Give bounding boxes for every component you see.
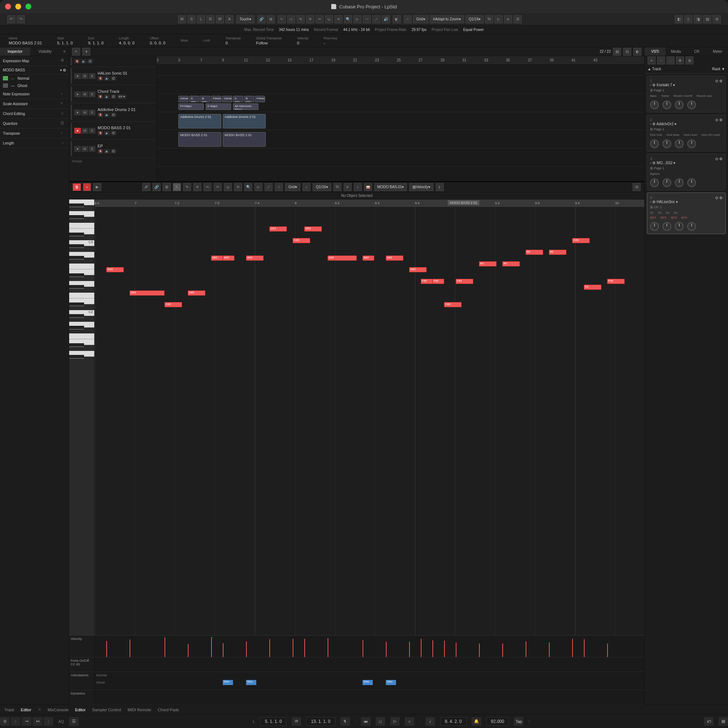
automation-mode-select[interactable]: Touch ▾ bbox=[236, 15, 254, 23]
quantize-select[interactable]: Q 1/16 ▾ bbox=[466, 15, 484, 23]
ed-tool-link[interactable]: 🖇 bbox=[142, 183, 150, 191]
knob[interactable] bbox=[675, 101, 684, 109]
ed-drum-mode[interactable]: 🥁 bbox=[364, 183, 372, 191]
locator-menu-icon[interactable]: ↯ bbox=[340, 717, 350, 726]
chord-label[interactable]: E Major bbox=[206, 103, 231, 110]
tempo-display[interactable]: 92.000 bbox=[486, 717, 509, 726]
midi-note[interactable]: G#2 bbox=[409, 267, 427, 272]
tool-mute[interactable]: ✕ bbox=[335, 15, 343, 23]
track-row[interactable]: ●MSAddictive Drums 2 01🔇🔈Ⓔ bbox=[69, 103, 156, 122]
maximize-window[interactable] bbox=[26, 4, 31, 9]
lane-velocity-label[interactable]: Velocity bbox=[69, 636, 95, 657]
knob[interactable] bbox=[650, 222, 659, 231]
part-velocity[interactable]: 0 bbox=[297, 41, 308, 45]
add-instrument-icon[interactable]: + bbox=[648, 57, 656, 64]
editor-ruler[interactable]: 6.477.27.37.488.28.38.499.29.39.410MODO … bbox=[95, 199, 644, 208]
ed-tool-zoom[interactable]: 🔍 bbox=[244, 183, 252, 191]
knob[interactable] bbox=[662, 139, 671, 148]
track-mute-button[interactable]: M bbox=[81, 110, 88, 115]
ed-tool-warp[interactable]: ▷ bbox=[254, 183, 262, 191]
chord-clip[interactable]: F#min bbox=[255, 96, 265, 102]
tool-play[interactable]: 🔊 bbox=[382, 15, 390, 23]
track-record-button[interactable]: ● bbox=[74, 110, 81, 115]
ed-zoom-mode[interactable]: ⌕ bbox=[303, 183, 310, 191]
articulation-marker[interactable]: Gho bbox=[362, 680, 373, 685]
punch-mode-button[interactable]: : bbox=[11, 717, 20, 726]
menu-icon[interactable]: ☰ bbox=[69, 717, 79, 726]
midi-note[interactable]: F#2 bbox=[433, 279, 444, 284]
part-global-transpose[interactable]: Follow bbox=[256, 41, 282, 45]
goto-start-button[interactable]: ⏮ bbox=[361, 717, 370, 726]
freeze-icon[interactable]: ❄ bbox=[676, 57, 684, 64]
grid-type-select[interactable]: # Adapt to Zoom ▾ bbox=[430, 15, 464, 23]
marker-icon[interactable]: 🏷 bbox=[704, 717, 713, 726]
articulation-marker[interactable]: Gho bbox=[246, 680, 256, 685]
ed-tool-scissors[interactable]: ✂ bbox=[214, 183, 222, 191]
snap-toggle[interactable]: ☆ bbox=[404, 15, 412, 23]
quantize-settings[interactable]: e bbox=[504, 15, 512, 23]
preset-select[interactable]: MODO BASS▾ ✿ bbox=[0, 66, 69, 75]
ed-tool-trim[interactable]: ✂ bbox=[203, 183, 211, 191]
chord-clip[interactable]: E min bbox=[189, 96, 199, 102]
ed-detach-icon[interactable]: ⧉ bbox=[633, 183, 641, 191]
midi-note[interactable]: F#2 bbox=[421, 279, 433, 284]
section-note-expression[interactable]: Note Expression♪ bbox=[0, 89, 69, 99]
track-mute-button[interactable]: M bbox=[81, 128, 88, 134]
knob[interactable] bbox=[650, 101, 659, 109]
tool-zoom[interactable]: 🔍 bbox=[344, 15, 352, 23]
track-solo-button[interactable]: S bbox=[89, 128, 95, 134]
track-solo-button[interactable]: S bbox=[89, 73, 95, 79]
track-record-button[interactable]: ● bbox=[74, 128, 81, 134]
chord-label[interactable]: A# Harmonic Minor bbox=[233, 103, 258, 110]
ed-tool-erase[interactable]: ✕ bbox=[193, 183, 201, 191]
ed-tool-arrow[interactable]: ↖ bbox=[173, 183, 181, 191]
postroll-button[interactable]: : bbox=[44, 717, 53, 726]
tab-mixconsole[interactable]: MixConsole bbox=[48, 708, 69, 712]
midi-note[interactable]: C#3 bbox=[572, 238, 590, 243]
undo-button[interactable]: ↶ bbox=[7, 15, 15, 23]
ed-tool-glue[interactable]: ⊔ bbox=[224, 183, 232, 191]
close-window[interactable] bbox=[5, 4, 11, 9]
knob[interactable] bbox=[675, 222, 684, 231]
track-mute-button[interactable]: M bbox=[81, 91, 88, 97]
chord-clip[interactable]: B min bbox=[244, 96, 254, 102]
tab-media[interactable]: Media bbox=[665, 47, 686, 56]
knob[interactable] bbox=[662, 101, 671, 109]
midi-note[interactable]: A#2 bbox=[211, 255, 223, 261]
track-row[interactable]: ●MSEP🔇🔈Ⓔ bbox=[69, 140, 156, 158]
ed-q-settings[interactable]: e bbox=[344, 183, 352, 191]
tool-draw[interactable]: ✎ bbox=[297, 15, 305, 23]
midi-note[interactable]: D#3 bbox=[304, 226, 322, 231]
knob[interactable] bbox=[687, 222, 696, 231]
part-name[interactable]: MODO BASS 2 01 bbox=[9, 41, 42, 45]
section-length[interactable]: Length↔ bbox=[0, 138, 69, 148]
velocity-lane[interactable] bbox=[95, 636, 644, 657]
tool-color[interactable]: ◐ bbox=[393, 15, 401, 23]
track-row[interactable]: ●MSMODO BASS 2 01🔇🔈Ⓔ bbox=[69, 122, 156, 140]
mode-m-button[interactable]: M bbox=[178, 15, 186, 23]
portamento-lane[interactable] bbox=[95, 658, 644, 671]
articulation-marker[interactable]: Gho bbox=[386, 680, 396, 685]
mode-l-button[interactable]: L bbox=[197, 15, 205, 23]
midi-note[interactable]: A2 bbox=[502, 262, 520, 266]
acoustic-feedback[interactable]: ▶ bbox=[93, 183, 101, 191]
articulations-lane[interactable]: Normal Ghost GhoGhoGhoGho bbox=[95, 672, 644, 690]
zone-detach[interactable]: ⧉ bbox=[713, 15, 721, 23]
tab-equals-icon[interactable]: = bbox=[60, 47, 69, 56]
midi-note[interactable]: E2 bbox=[584, 284, 601, 290]
tool-arrow[interactable]: ↖ bbox=[278, 15, 286, 23]
midi-clip[interactable]: MODO BASS 2 01 bbox=[178, 132, 221, 147]
tab-midi-remote[interactable]: MIDI Remote bbox=[128, 708, 151, 712]
track-record-button[interactable]: ● bbox=[74, 91, 81, 97]
right-locator[interactable]: 13. 1. 1. 0 bbox=[306, 717, 335, 726]
ed-tool-mute[interactable]: ✕ bbox=[234, 183, 242, 191]
track-solo-button[interactable]: S bbox=[89, 91, 95, 97]
quantize-panel[interactable]: ☰ bbox=[514, 15, 522, 23]
ed-tool-line[interactable]: ／ bbox=[265, 183, 273, 191]
tab-editor-left[interactable]: Editor bbox=[21, 708, 31, 712]
track-row[interactable]: ●MSChord Track🔇🔈ⒺEP ▾ bbox=[69, 85, 156, 103]
left-locator[interactable]: 5. 1. 1. 0 bbox=[260, 717, 287, 726]
tab-track[interactable]: Track bbox=[5, 708, 14, 712]
minimize-window[interactable] bbox=[15, 4, 21, 9]
tab-visibility[interactable]: Visibility bbox=[30, 47, 60, 56]
